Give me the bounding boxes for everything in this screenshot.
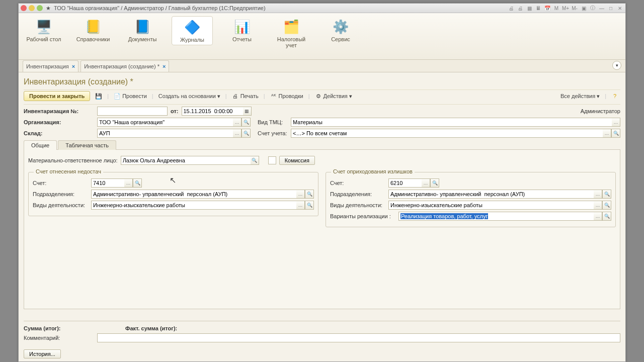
comment-input[interactable] xyxy=(97,333,620,342)
select-icon[interactable]: … xyxy=(603,129,611,138)
search-icon[interactable]: 🔍 xyxy=(242,129,251,138)
win-max-icon[interactable] xyxy=(37,5,43,11)
l-acc-input[interactable] xyxy=(91,178,124,188)
actions-button[interactable]: ⚙Действия ▾ xyxy=(313,92,354,101)
page-title: Инвентаризация (создание) * xyxy=(24,77,620,86)
select-icon[interactable]: … xyxy=(124,178,133,188)
r-acc-input[interactable] xyxy=(388,178,422,188)
print-icon[interactable]: 🖨 xyxy=(508,5,515,12)
nav-tax[interactable]: 🗂️Налоговый учет xyxy=(271,16,311,50)
help-button[interactable]: ? xyxy=(609,92,620,101)
search-icon[interactable]: 🔍 xyxy=(611,129,620,138)
nav-service[interactable]: ⚙️Сервис xyxy=(320,16,361,44)
l-dep-input[interactable] xyxy=(91,190,296,199)
warehouse-input[interactable] xyxy=(97,129,233,138)
number-label: Инвентаризация №: xyxy=(24,108,94,114)
select-icon[interactable]: … xyxy=(233,118,242,127)
star-icon[interactable]: ★ xyxy=(45,5,52,12)
subtab-table[interactable]: Табличная часть xyxy=(58,140,116,150)
search-icon[interactable]: 🔍 xyxy=(305,190,314,199)
commission-button[interactable]: Комиссия xyxy=(279,156,315,165)
history-button[interactable]: История... xyxy=(24,349,61,358)
r-dep-label: Подразделения: xyxy=(330,191,385,197)
r-act-label: Виды деятельности: xyxy=(330,202,385,208)
org-input[interactable] xyxy=(97,118,233,127)
mol-label: Материально-ответственное лицо: xyxy=(28,157,118,163)
tab-close-icon[interactable]: × xyxy=(163,63,166,69)
nav-journals[interactable]: 🔷Журналы xyxy=(172,16,213,45)
commission-checkbox[interactable] xyxy=(268,156,276,164)
tab-close-icon[interactable]: × xyxy=(72,63,75,69)
save-icon: 💾 xyxy=(95,93,102,100)
calc-icon[interactable]: 🖩 xyxy=(535,5,542,12)
calendar-icon[interactable]: ▦ xyxy=(243,107,252,116)
number-input[interactable] xyxy=(97,107,168,116)
tmc-input[interactable] xyxy=(291,118,612,127)
m-icon[interactable]: M xyxy=(553,5,560,12)
all-actions-button[interactable]: Все действия ▾ xyxy=(558,92,602,101)
org-label: Организация: xyxy=(24,119,94,125)
search-icon[interactable]: 🔍 xyxy=(602,212,611,221)
book-icon: 📒 xyxy=(83,18,104,35)
diamond-icon: 🔷 xyxy=(182,19,203,36)
select-icon[interactable]: … xyxy=(594,212,602,221)
date-input[interactable] xyxy=(182,107,243,116)
nav-reports[interactable]: 📊Отчеты xyxy=(222,16,262,44)
print-button[interactable]: 🖨Печать xyxy=(230,92,261,101)
mminus-icon[interactable]: M- xyxy=(571,5,578,12)
minimize-icon[interactable]: — xyxy=(598,5,605,12)
close-icon[interactable]: ✕ xyxy=(616,5,623,12)
toolbar: Провести и закрыть 💾 | 📄Провести | Созда… xyxy=(24,89,620,105)
maximize-icon[interactable]: □ xyxy=(607,5,614,12)
navbar: 🖥️Рабочий стол 📒Справочники 📘Документы 🔷… xyxy=(19,13,625,60)
select-icon[interactable]: … xyxy=(422,178,430,188)
search-icon[interactable]: 🔍 xyxy=(251,156,259,165)
user-label: Администратор xyxy=(581,108,620,114)
search-icon[interactable]: 🔍 xyxy=(430,178,439,188)
nav-references[interactable]: 📒Справочники xyxy=(73,16,113,44)
win-min-icon[interactable] xyxy=(29,5,35,11)
shortage-legend: Счет отнесения недостач xyxy=(34,168,103,174)
search-icon[interactable]: 🔍 xyxy=(242,118,251,127)
mplus-icon[interactable]: M+ xyxy=(562,5,569,12)
tab-inventory-create[interactable]: Инвентаризация (создание) *× xyxy=(80,60,169,72)
search-icon[interactable]: 🔍 xyxy=(305,201,314,210)
l-act-input[interactable] xyxy=(91,201,296,210)
windows-icon[interactable]: ▣ xyxy=(580,5,587,12)
subtab-general[interactable]: Общие xyxy=(24,140,57,150)
search-icon[interactable]: 🔍 xyxy=(602,201,611,210)
r-dep-input[interactable] xyxy=(388,190,594,199)
print2-icon[interactable]: 🖨 xyxy=(517,5,524,12)
select-icon[interactable]: … xyxy=(594,190,602,199)
account-input[interactable] xyxy=(291,129,603,138)
select-icon[interactable]: … xyxy=(296,201,305,210)
search-icon[interactable]: 🔍 xyxy=(602,190,611,199)
post-icon: 📄 xyxy=(114,93,121,100)
printer-icon: 🖨 xyxy=(232,93,239,100)
create-based-button[interactable]: Создать на основании ▾ xyxy=(156,92,222,101)
chart-icon: 📊 xyxy=(231,18,253,35)
win-close-icon[interactable] xyxy=(21,5,27,11)
select-icon[interactable]: … xyxy=(296,190,305,199)
mol-input[interactable] xyxy=(121,156,251,165)
search-icon[interactable]: 🔍 xyxy=(133,178,142,188)
r-act-input[interactable] xyxy=(388,201,594,210)
post-button[interactable]: 📄Провести xyxy=(112,92,149,101)
cal-icon[interactable]: 📅 xyxy=(544,5,551,12)
save-button[interactable]: 💾 xyxy=(93,92,104,101)
post-and-close-button[interactable]: Провести и закрыть xyxy=(24,91,90,101)
help-icon[interactable]: ⓘ xyxy=(589,5,596,12)
tab-inventory-list[interactable]: Инвентаризация× xyxy=(23,60,78,72)
entries-button[interactable]: ᴬᴷПроводки xyxy=(268,92,305,101)
tabs-menu-icon[interactable]: ▾ xyxy=(612,61,621,70)
select-icon[interactable]: … xyxy=(233,129,242,138)
account-label: Счет учета: xyxy=(258,130,288,136)
from-label: от: xyxy=(171,108,179,114)
nav-documents[interactable]: 📘Документы xyxy=(122,16,163,44)
nav-desktop[interactable]: 🖥️Рабочий стол xyxy=(24,16,64,44)
select-icon[interactable]: … xyxy=(594,201,602,210)
r-var-input[interactable]: Реализация товаров, работ, услуг xyxy=(398,212,594,221)
select-icon[interactable]: … xyxy=(612,118,620,127)
surplus-legend: Счет оприходования излишков xyxy=(331,168,415,174)
grid-icon[interactable]: ▦ xyxy=(526,5,533,12)
